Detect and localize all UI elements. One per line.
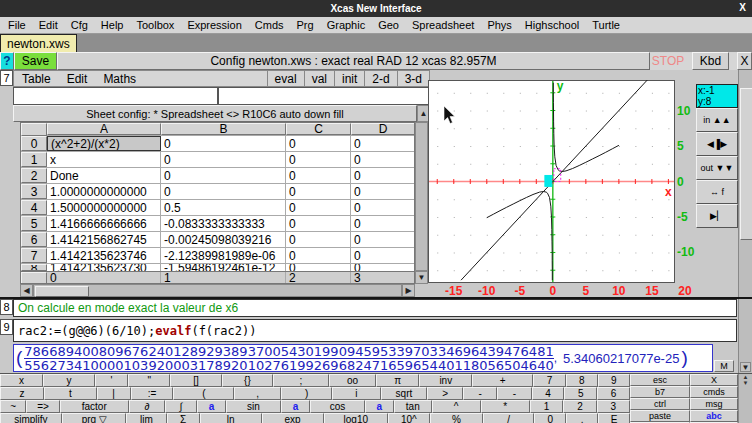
- result-scroll-down-icon[interactable]: ▼: [740, 362, 751, 372]
- menu-help[interactable]: Help: [101, 19, 124, 31]
- key-[interactable]: =>: [26, 400, 59, 413]
- key-t[interactable]: t: [44, 387, 96, 400]
- key-[interactable]: ^: [432, 400, 481, 413]
- cell-A0[interactable]: (x^2+2)/(x*2): [47, 136, 161, 151]
- key-[interactable]: ): [281, 387, 332, 400]
- key-log10[interactable]: log10: [324, 413, 389, 423]
- sheet-menu-table[interactable]: Table: [22, 72, 51, 86]
- key-i[interactable]: i: [332, 387, 380, 400]
- graph-zoom-out-button[interactable]: out ▼▼: [696, 156, 738, 180]
- sheet-button-val[interactable]: val: [304, 71, 334, 86]
- cell-C7[interactable]: 0: [286, 248, 351, 263]
- save-button[interactable]: Save: [14, 52, 57, 70]
- help-button[interactable]: ?: [0, 52, 14, 70]
- key-a[interactable]: a: [197, 400, 226, 413]
- menu-edit[interactable]: Edit: [39, 19, 58, 31]
- graph-autoscale-button[interactable]: ↔ f: [696, 180, 738, 204]
- session-vscroll-thumb[interactable]: [740, 88, 752, 240]
- key-[interactable]: -: [463, 387, 497, 400]
- menu-turtle[interactable]: Turtle: [592, 19, 620, 31]
- key-3[interactable]: 3: [597, 400, 630, 413]
- cell-A7[interactable]: 1.4142135623746: [47, 248, 161, 263]
- key-factor[interactable]: factor: [60, 400, 129, 413]
- config-status-button[interactable]: Config newton.xws : exact real RAD 12 xc…: [57, 52, 650, 70]
- key-[interactable]: %: [430, 413, 484, 423]
- key-paste[interactable]: paste: [630, 410, 690, 422]
- graph-svg[interactable]: -15-10-5051015201050-5-10xy: [428, 80, 698, 297]
- row-header-7[interactable]: 7: [21, 248, 47, 263]
- key-1[interactable]: 1: [530, 400, 563, 413]
- key-[interactable]: ∂: [129, 400, 165, 413]
- menu-file[interactable]: File: [8, 19, 26, 31]
- col-header-D[interactable]: D: [351, 123, 415, 135]
- key-sin[interactable]: sin: [226, 400, 281, 413]
- row-header-5[interactable]: 5: [21, 216, 47, 231]
- key-esc[interactable]: esc: [630, 374, 690, 386]
- cell-D2[interactable]: 0: [351, 168, 415, 183]
- key-z[interactable]: z: [0, 387, 44, 400]
- level8-comment-field[interactable]: On calcule en mode exact la valeur de x6: [13, 299, 737, 317]
- key-x[interactable]: x: [0, 374, 43, 387]
- cell-B7[interactable]: -2.12389981989e-06: [161, 248, 286, 263]
- key-tan[interactable]: tan: [394, 400, 432, 413]
- cell-D6[interactable]: 0: [351, 232, 415, 247]
- row-header-4[interactable]: 4: [21, 200, 47, 215]
- row-header-1[interactable]: 1: [21, 152, 47, 167]
- partial-cell-B[interactable]: 1: [161, 272, 286, 284]
- key-E[interactable]: E: [598, 413, 630, 423]
- cell-A4[interactable]: 1.5000000000000: [47, 200, 161, 215]
- menu-spreadsheet[interactable]: Spreadsheet: [412, 19, 474, 31]
- sheet-scroll-right-icon[interactable]: ▶: [402, 284, 415, 297]
- result-m-button[interactable]: M: [714, 360, 734, 372]
- key-b7[interactable]: b7: [630, 386, 690, 398]
- menu-cfg[interactable]: Cfg: [71, 19, 88, 31]
- kbd-toggle-button[interactable]: Kbd: [692, 52, 729, 70]
- sheet-scroll-down-icon[interactable]: ▼: [415, 271, 428, 284]
- key-[interactable]: ~: [0, 400, 26, 413]
- cell-C1[interactable]: 0: [286, 152, 351, 167]
- sheet-hscrollbar[interactable]: [33, 284, 402, 297]
- tab-newton-xws[interactable]: newton.xws: [0, 34, 77, 52]
- sheet-scroll-left-icon[interactable]: ◀: [20, 284, 33, 297]
- keyboard-scroll-strip[interactable]: ▲▼: [738, 374, 752, 423]
- key-X[interactable]: X: [690, 374, 738, 386]
- sheet-menu-maths[interactable]: Maths: [103, 72, 136, 86]
- level9-command-input[interactable]: rac2:=(g@@6)(6/10); evalf(f(rac2)): [13, 319, 737, 342]
- level8-index[interactable]: 8: [0, 299, 13, 315]
- key-9[interactable]: 9: [598, 374, 630, 387]
- level7-index[interactable]: 7: [0, 70, 13, 86]
- cell-A2[interactable]: Done: [47, 168, 161, 183]
- menu-cmds[interactable]: Cmds: [255, 19, 284, 31]
- row-header-3[interactable]: 3: [21, 184, 47, 199]
- sheet-menu-edit[interactable]: Edit: [67, 72, 88, 86]
- key-inv[interactable]: inv: [419, 374, 472, 387]
- key-[interactable]: ": [128, 374, 170, 387]
- cell-C4[interactable]: 0: [286, 200, 351, 215]
- key-[interactable]: ∫: [165, 400, 197, 413]
- window-close-icon[interactable]: X: [739, 2, 746, 13]
- cell-B6[interactable]: -0.00245098039216: [161, 232, 286, 247]
- graph-play-button[interactable]: ▶▏: [696, 204, 738, 228]
- cell-D8[interactable]: 0: [351, 264, 414, 271]
- sheet-button-init[interactable]: init: [334, 71, 364, 86]
- cell-A1[interactable]: x: [47, 152, 161, 167]
- key-[interactable]: -: [497, 387, 531, 400]
- key-5[interactable]: 5: [564, 387, 597, 400]
- key-ln[interactable]: ln: [200, 413, 262, 423]
- cell-D7[interactable]: 0: [351, 248, 415, 263]
- partial-cell-D[interactable]: 3: [351, 272, 415, 284]
- cell-D0[interactable]: 0: [351, 136, 415, 151]
- col-header-C[interactable]: C: [286, 123, 351, 135]
- key-[interactable]: *: [481, 400, 530, 413]
- key-[interactable]: ': [95, 374, 129, 387]
- menu-toolbox[interactable]: Toolbox: [136, 19, 174, 31]
- cell-B3[interactable]: 0: [161, 184, 286, 199]
- col-header-B[interactable]: B: [161, 123, 286, 135]
- row-header-2[interactable]: 2: [21, 168, 47, 183]
- key-a[interactable]: a: [365, 400, 394, 413]
- sheet-button-2-d[interactable]: 2-d: [364, 71, 396, 86]
- cell-name-input[interactable]: [13, 87, 218, 105]
- partial-row-header[interactable]: [21, 272, 47, 284]
- key-[interactable]: ,: [234, 387, 281, 400]
- cell-A3[interactable]: 1.0000000000000: [47, 184, 161, 199]
